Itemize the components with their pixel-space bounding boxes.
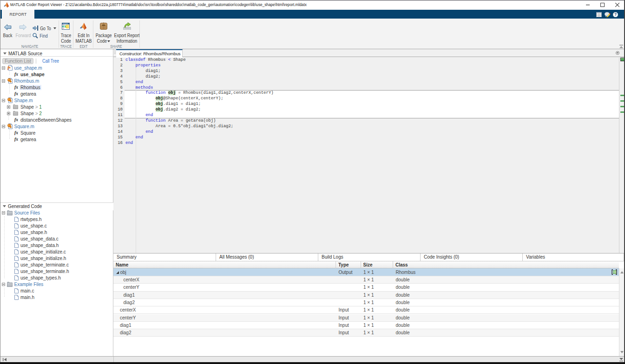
svg-text:?: ?	[614, 12, 617, 17]
